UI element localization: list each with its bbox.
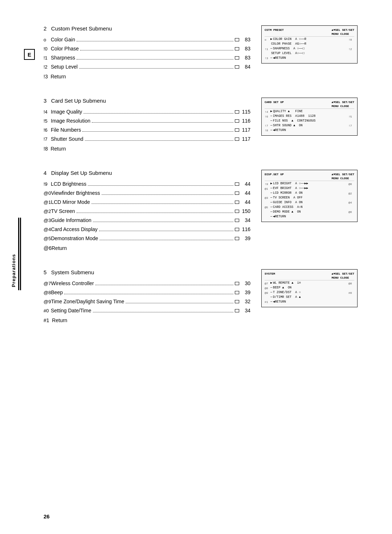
item-page: 44 bbox=[240, 180, 250, 188]
lcd-arrow-icon: — bbox=[270, 186, 272, 191]
book-icon bbox=[235, 210, 239, 213]
lcd-num: @1 bbox=[265, 187, 270, 191]
list-item: !6 File Numbers 117 bbox=[44, 126, 250, 134]
item-page: 117 bbox=[240, 135, 250, 143]
dots bbox=[77, 37, 233, 41]
list-item: @2 TV Screen 150 bbox=[44, 208, 250, 215]
item-num: @2 bbox=[44, 208, 51, 215]
lcd-arrow-icon: — bbox=[270, 114, 272, 119]
lcd-screen-4: DISP.SET UP ▲▼SEL SET/SETMENU CLOSE !9 ▶… bbox=[261, 170, 358, 222]
return-num: !8 bbox=[44, 146, 48, 152]
list-item: @8 Beep 39 bbox=[44, 289, 250, 296]
book-icon bbox=[235, 192, 239, 195]
book-icon bbox=[235, 110, 239, 114]
lcd-num: @3 bbox=[265, 196, 270, 200]
lcd-text: T ZONE/DST A ○ bbox=[273, 291, 348, 295]
book-icon bbox=[235, 309, 239, 312]
lcd-arrow-icon: — bbox=[270, 286, 272, 290]
item-label: LCD Mirror Mode bbox=[51, 198, 235, 206]
item-num: @8 bbox=[44, 289, 51, 296]
section-5-menu: @7 Wireless Controller 30 @8 Beep 39 bbox=[44, 280, 250, 315]
lcd-text: COLOR PHASE AG○——R bbox=[271, 42, 354, 46]
lcd-arrow-icon: ▶ bbox=[270, 37, 272, 42]
lcd-num: !6 bbox=[265, 115, 270, 119]
lcd-row: @9 — T ZONE/DST A ○ #0 bbox=[265, 291, 354, 295]
list-item: !5 Image Resolution 116 bbox=[44, 117, 250, 125]
item-label: Viewfinder Brightness bbox=[51, 189, 235, 197]
book-icon bbox=[235, 137, 239, 141]
lcd-arrow-icon: — bbox=[270, 128, 272, 133]
lcd-text: TV SCREEN A OFF bbox=[273, 196, 354, 200]
item-label: LCD Brightness bbox=[51, 180, 235, 188]
lcd-header: SYSTEM ▲▼SEL SET/SETMENU CLOSE bbox=[265, 272, 354, 280]
section-3-num: 3 bbox=[44, 98, 46, 104]
dots bbox=[95, 281, 233, 285]
lcd-num: @8 bbox=[265, 286, 270, 290]
book-icon bbox=[235, 47, 239, 50]
item-label: Sharpness bbox=[51, 54, 235, 62]
lcd-num: o bbox=[265, 38, 270, 42]
item-num: !7 bbox=[44, 136, 51, 143]
item-page: 83 bbox=[240, 54, 250, 62]
lcd-row: SETUP LEVEL A○——□ bbox=[265, 52, 354, 56]
dots bbox=[79, 64, 233, 69]
list-item: @1 LCD Mirror Mode 44 bbox=[44, 198, 250, 206]
section-5-heading: System Submenu bbox=[51, 269, 94, 275]
lcd-arrow-icon: — bbox=[270, 210, 272, 214]
lcd-ref: !5 bbox=[348, 115, 354, 119]
lcd-row: !1 — SHARPNESS A ○——□ !2 bbox=[265, 47, 354, 51]
item-label: Image Quality bbox=[51, 108, 235, 116]
return-item: !3 Return bbox=[44, 74, 250, 79]
item-num: @7 bbox=[44, 280, 51, 287]
lcd-ref: @4 bbox=[348, 201, 354, 205]
dots bbox=[99, 227, 233, 231]
lcd-row: — GUIDE INFO A ON @4 bbox=[265, 201, 354, 205]
lcd-arrow-icon: — bbox=[270, 47, 272, 51]
lcd-text: D/TIMR SET A ▲ bbox=[273, 295, 354, 300]
item-label: TV Screen bbox=[51, 208, 235, 215]
section-3-lcd: CARD SET UP ▲▼SEL SET/SETMENU CLOSE !4 ▶… bbox=[261, 94, 363, 152]
section-2-left: 2 Custom Preset Submenu o Color Gain 83 … bbox=[44, 22, 250, 79]
item-num: @0 bbox=[44, 190, 51, 197]
return-num: #1 bbox=[44, 317, 49, 323]
lcd-screen-3: CARD SET UP ▲▼SEL SET/SETMENU CLOSE !4 ▶… bbox=[261, 98, 358, 136]
lcd-ref: !2 bbox=[348, 47, 354, 51]
dots bbox=[80, 46, 233, 50]
item-num: @1 bbox=[44, 199, 51, 206]
page-container: 2 Custom Preset Submenu o Color Gain 83 … bbox=[0, 0, 392, 534]
item-label: Setup Level bbox=[51, 63, 235, 71]
lcd-num: @7 bbox=[265, 282, 270, 286]
lcd-row: !9 ▶ LCD BRIGHT A ○——▶▶ @0 bbox=[265, 182, 354, 186]
item-label: Time Zone/Daylight Saving Time bbox=[51, 298, 235, 305]
lcd-arrow-icon: — bbox=[270, 291, 272, 295]
lcd-screen-2: CSTM PRESET ▲▼SEL SET/SETMENU CLOSE o ▶ … bbox=[261, 25, 358, 63]
lcd-arrow-icon: — bbox=[270, 215, 272, 219]
lcd-row: @1 — EVF BRIGHT A ○——▶▶ bbox=[265, 186, 354, 191]
lcd-text: QUALITY ▲ FINE bbox=[273, 110, 354, 114]
dots bbox=[77, 55, 233, 59]
lcd-row: — D/TIMR SET A ▲ bbox=[265, 295, 354, 300]
lcd-screen-5: SYSTEM ▲▼SEL SET/SETMENU CLOSE @7 ▶ WL R… bbox=[261, 269, 358, 307]
lcd-row: !4 ▶ QUALITY ▲ FINE bbox=[265, 110, 354, 114]
lcd-text: SETUP LEVEL A○——□ bbox=[271, 52, 354, 56]
lcd-row: — ◀RETURN bbox=[265, 215, 354, 219]
lcd-text: DEMO MODE ▲ ON bbox=[273, 210, 348, 214]
lcd-text: SHARPNESS A ○——□ bbox=[273, 47, 348, 51]
return-item: @6Return bbox=[44, 245, 250, 251]
list-item: !7 Shutter Sound 117 bbox=[44, 135, 250, 143]
section-4-heading: Display Set Up Submenu bbox=[51, 170, 112, 176]
lcd-header: CSTM PRESET ▲▼SEL SET/SETMENU CLOSE bbox=[265, 28, 354, 37]
section-5-title: 5 System Submenu bbox=[44, 269, 250, 275]
lcd-title: CARD SET UP bbox=[265, 100, 284, 108]
lcd-ref: !0 bbox=[348, 38, 354, 42]
book-icon bbox=[235, 300, 239, 303]
lcd-header: DISP.SET UP ▲▼SEL SET/SETMENU CLOSE bbox=[265, 172, 354, 181]
book-icon bbox=[235, 237, 239, 240]
lcd-controls: ▲▼SEL SET/SETMENU CLOSE bbox=[332, 100, 354, 108]
item-page: 115 bbox=[240, 108, 250, 116]
book-icon bbox=[235, 56, 239, 59]
section-2-lcd: CSTM PRESET ▲▼SEL SET/SETMENU CLOSE o ▶ … bbox=[261, 22, 363, 79]
item-page: 34 bbox=[240, 217, 250, 224]
lcd-title: CSTM PRESET bbox=[265, 28, 284, 36]
lcd-num: !7 bbox=[265, 124, 270, 128]
